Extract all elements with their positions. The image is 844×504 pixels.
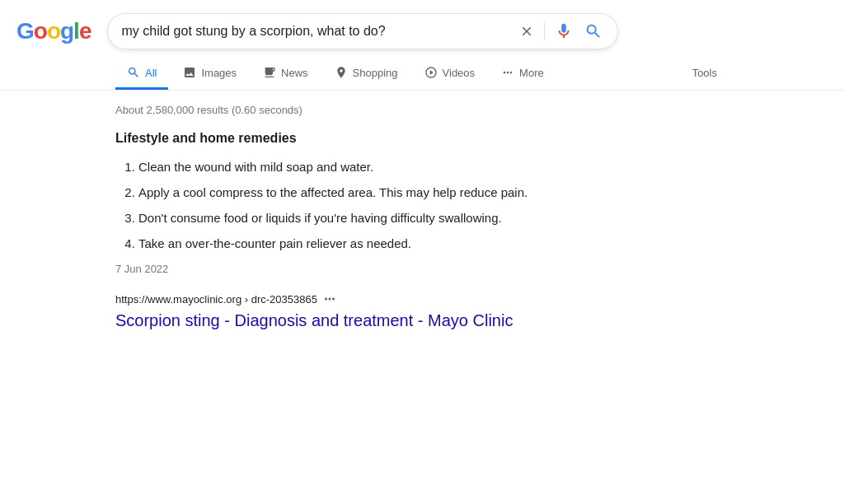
logo-o1: o: [34, 18, 47, 44]
mic-button[interactable]: [553, 21, 574, 42]
search-icon: [584, 22, 603, 40]
snippet-item-1: Clean the wound with mild soap and water…: [138, 156, 729, 178]
tab-news-label: News: [281, 67, 308, 79]
logo-g: G: [16, 18, 34, 44]
tab-videos[interactable]: Videos: [413, 58, 487, 90]
snippet-item-2: Apply a cool compress to the affected ar…: [138, 181, 729, 203]
header: Google: [0, 0, 844, 49]
tab-more[interactable]: More: [490, 58, 556, 90]
search-divider: [544, 22, 545, 40]
snippet-date: 7 Jun 2022: [115, 263, 729, 275]
all-icon: [127, 66, 140, 79]
mic-icon: [555, 22, 573, 40]
shopping-icon: [335, 66, 348, 79]
logo-o2: o: [47, 18, 60, 44]
result-more-options[interactable]: [322, 292, 337, 306]
tab-videos-label: Videos: [443, 67, 476, 79]
snippet-heading: Lifestyle and home remedies: [115, 131, 729, 146]
tab-images-label: Images: [201, 67, 237, 79]
search-button[interactable]: [583, 21, 604, 42]
logo-g2: g: [60, 18, 73, 44]
nav-tabs: All Images News Shopping Videos More: [0, 58, 844, 91]
search-bar: [107, 13, 618, 49]
result-title[interactable]: Scorpion sting - Diagnosis and treatment…: [115, 311, 513, 329]
images-icon: [183, 66, 196, 79]
snippet-item-3: Don't consume food or liquids if you're …: [138, 207, 729, 229]
result-1: https://www.mayoclinic.org › drc-2035386…: [115, 292, 729, 331]
tools-label: Tools: [692, 67, 717, 79]
featured-snippet: Lifestyle and home remedies Clean the wo…: [115, 131, 729, 275]
news-icon: [263, 66, 276, 79]
tab-tools[interactable]: Tools: [681, 58, 729, 90]
tab-images[interactable]: Images: [171, 58, 248, 90]
tab-news[interactable]: News: [251, 58, 320, 90]
more-dots-icon: [501, 66, 514, 79]
tab-shopping[interactable]: Shopping: [323, 58, 410, 90]
tab-all-label: All: [145, 67, 157, 79]
result-url-row: https://www.mayoclinic.org › drc-2035386…: [115, 292, 729, 306]
logo-e: e: [79, 18, 91, 44]
clear-button[interactable]: [518, 22, 536, 40]
snippet-item-4: Take an over-the-counter pain reliever a…: [138, 232, 729, 254]
videos-icon: [424, 66, 438, 79]
results-area: About 2,580,000 results (0.60 seconds) L…: [0, 91, 844, 344]
tab-more-label: More: [519, 67, 544, 79]
snippet-list: Clean the wound with mild soap and water…: [115, 156, 729, 254]
search-bar-icons: [518, 21, 604, 42]
logo-l: l: [73, 18, 79, 44]
tab-shopping-label: Shopping: [353, 67, 398, 79]
result-count: About 2,580,000 results (0.60 seconds): [115, 104, 729, 116]
result-url: https://www.mayoclinic.org › drc-2035386…: [115, 293, 317, 306]
google-logo[interactable]: Google: [16, 18, 91, 44]
tab-all[interactable]: All: [115, 58, 168, 90]
clear-icon: [519, 24, 534, 39]
search-input[interactable]: [121, 24, 518, 39]
